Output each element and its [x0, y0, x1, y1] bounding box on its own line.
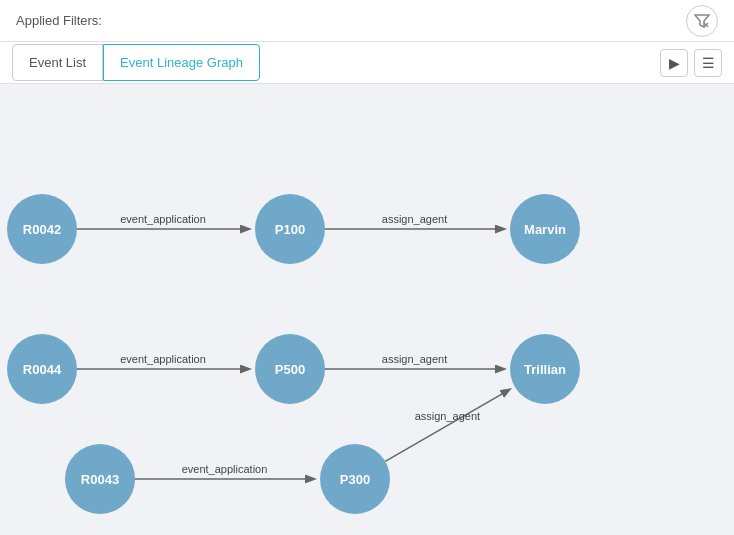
tab-actions: ▶ ☰: [660, 49, 722, 77]
node-marvin[interactable]: Marvin: [510, 194, 580, 264]
svg-text:assign_agent: assign_agent: [415, 410, 480, 422]
main-content: Event List Event Lineage Graph ▶ ☰ event…: [0, 42, 734, 535]
top-bar: Applied Filters:: [0, 0, 734, 42]
node-r0044[interactable]: R0044: [7, 334, 77, 404]
svg-text:assign_agent: assign_agent: [382, 213, 447, 225]
filter-clear-button[interactable]: [686, 5, 718, 37]
svg-text:event_application: event_application: [182, 463, 268, 475]
play-button[interactable]: ▶: [660, 49, 688, 77]
tab-bar: Event List Event Lineage Graph ▶ ☰: [0, 42, 734, 84]
node-trillian[interactable]: Trillian: [510, 334, 580, 404]
menu-button[interactable]: ☰: [694, 49, 722, 77]
node-p100[interactable]: P100: [255, 194, 325, 264]
tab-event-lineage-graph[interactable]: Event Lineage Graph: [103, 44, 260, 81]
tab-event-list[interactable]: Event List: [12, 44, 103, 81]
graph-area: event_applicationassign_agentevent_appli…: [0, 84, 734, 535]
node-p500[interactable]: P500: [255, 334, 325, 404]
svg-text:assign_agent: assign_agent: [382, 353, 447, 365]
svg-text:event_application: event_application: [120, 353, 206, 365]
node-p300[interactable]: P300: [320, 444, 390, 514]
applied-filters-label: Applied Filters:: [16, 13, 102, 28]
svg-text:event_application: event_application: [120, 213, 206, 225]
svg-line-11: [385, 390, 509, 462]
tabs: Event List Event Lineage Graph: [12, 44, 260, 81]
node-r0043[interactable]: R0043: [65, 444, 135, 514]
filter-clear-icon: [694, 13, 710, 29]
node-r0042[interactable]: R0042: [7, 194, 77, 264]
